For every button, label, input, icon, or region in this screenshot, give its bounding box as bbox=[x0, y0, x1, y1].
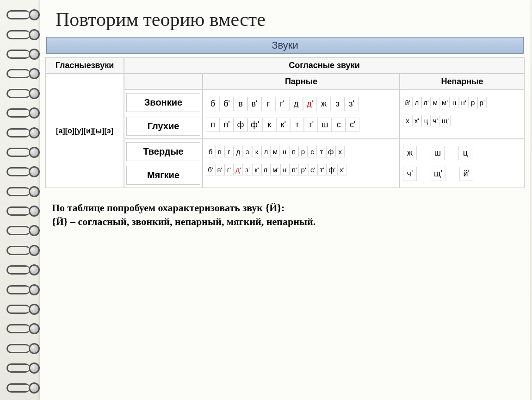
letter-cell: ж bbox=[403, 146, 417, 160]
letter-cell: с bbox=[308, 146, 317, 157]
letter-cell: з' bbox=[345, 97, 359, 111]
letter-cell: г' bbox=[275, 97, 289, 111]
lbl-hard: Твердые bbox=[126, 142, 200, 161]
letter-cell: г bbox=[224, 146, 234, 157]
letter-cell: в' bbox=[215, 164, 224, 175]
letter-cell: к bbox=[252, 146, 261, 157]
footer-text: По таблице попробуем охарактеризовать зв… bbox=[52, 201, 530, 228]
letter-cell: р' bbox=[477, 97, 487, 108]
letter-cell: ч' bbox=[431, 115, 440, 126]
paired-hard: бвгдзклмнпрстфх bbox=[206, 146, 345, 157]
letter-cell: д bbox=[234, 146, 243, 157]
unpaired-hardsoft-block: жшц ч'щ'й' bbox=[400, 139, 525, 188]
letter-cell: п' bbox=[220, 118, 234, 132]
letter-cell: н bbox=[450, 97, 459, 108]
letter-cell: ф bbox=[234, 118, 247, 132]
letter-cell: д bbox=[289, 97, 303, 111]
vowel-list-cell: [а][о][у][и][ы][э] bbox=[45, 74, 124, 188]
letter-cell: з' bbox=[243, 164, 252, 175]
unpaired-soft: ч'щ'й' bbox=[403, 167, 473, 181]
letter-cell: б bbox=[206, 146, 215, 157]
letter-cell: в' bbox=[247, 97, 261, 111]
letter-cell: б' bbox=[220, 97, 234, 111]
letter-cell: н' bbox=[459, 97, 468, 108]
letter-cell: щ' bbox=[440, 115, 451, 126]
labels-hardsoft: Твердые Мягкие bbox=[124, 139, 203, 188]
letter-cell: п bbox=[289, 146, 298, 157]
hdr-vowels: Гласныезвуки bbox=[45, 57, 124, 74]
letter-cell: ш bbox=[318, 118, 332, 132]
paired-voiced: бб'вв'гг'дд'жзз' bbox=[206, 97, 359, 111]
letter-cell: ц bbox=[458, 146, 472, 160]
letter-cell: с' bbox=[346, 118, 359, 132]
letter-cell: в bbox=[215, 146, 224, 157]
letter-cell: н' bbox=[280, 164, 290, 175]
letter-cell: х' bbox=[337, 164, 346, 175]
page-title: Повторим теорию вместе bbox=[56, 8, 530, 31]
lbl-soft: Мягкие bbox=[126, 166, 200, 185]
lbl-voiceless: Глухие bbox=[126, 117, 200, 136]
letter-cell: г' bbox=[224, 164, 234, 175]
letter-cell: ц bbox=[421, 115, 431, 126]
letter-cell: х bbox=[335, 146, 345, 157]
letter-cell: б bbox=[206, 97, 220, 111]
letter-cell: к' bbox=[276, 118, 290, 132]
letter-cell: д' bbox=[234, 164, 243, 175]
paired-voiceless: пп'фф'кк'тт'шсс' bbox=[206, 118, 359, 132]
letter-cell: ж bbox=[317, 97, 331, 111]
letter-cell: г bbox=[261, 97, 275, 111]
letter-cell: с bbox=[332, 118, 346, 132]
footer-line1: По таблице попробуем охарактеризовать зв… bbox=[52, 201, 530, 215]
letter-cell: й' bbox=[459, 167, 473, 181]
letter-cell: з bbox=[331, 97, 345, 111]
letter-cell: в bbox=[234, 97, 247, 111]
unpaired-hard: жшц bbox=[403, 146, 472, 160]
letter-cell: м' bbox=[440, 97, 450, 108]
letter-cell: ш bbox=[431, 146, 445, 160]
letter-cell: м' bbox=[271, 164, 280, 175]
letter-cell: л bbox=[261, 146, 271, 157]
letter-cell: д' bbox=[303, 97, 317, 111]
paired-voice-block: бб'вв'гг'дд'жзз' пп'фф'кк'тт'шсс' bbox=[203, 90, 400, 139]
letter-cell: т' bbox=[317, 164, 327, 175]
labels-voice: Звонкие Глухие bbox=[124, 90, 203, 139]
letter-cell: ч' bbox=[403, 167, 417, 181]
letter-cell: х bbox=[403, 115, 412, 126]
vowel-list: [а][о][у][и][ы][э] bbox=[56, 127, 113, 135]
letter-cell: р bbox=[298, 146, 308, 157]
letter-cell: т bbox=[290, 118, 304, 132]
letter-cell: з bbox=[243, 146, 252, 157]
letter-cell: ф bbox=[326, 146, 335, 157]
letter-cell: п bbox=[206, 118, 220, 132]
letter-cell: м bbox=[431, 97, 440, 108]
slide-page: Повторим теорию вместе Звуки Гласныезвук… bbox=[40, 0, 530, 400]
hdr-consonants: Согласные звуки bbox=[124, 57, 525, 74]
unpaired-voiceless: хх'цч'щ' bbox=[403, 115, 451, 126]
hdr-paired: Парные bbox=[203, 74, 400, 90]
letter-cell: р bbox=[468, 97, 477, 108]
spiral-binding bbox=[6, 4, 39, 396]
letter-cell: х' bbox=[412, 115, 421, 126]
paired-hardsoft-block: бвгдзклмнпрстфх б'в'г'д'з'к'л'м'н'п'р'с'… bbox=[203, 139, 400, 188]
unpaired-voice-block: й'лл'мм'нн'рр' хх'цч'щ' bbox=[400, 90, 525, 139]
unpaired-voiced: й'лл'мм'нн'рр' bbox=[403, 97, 487, 108]
letter-cell: т' bbox=[304, 118, 318, 132]
letter-cell: л' bbox=[421, 97, 431, 108]
letter-cell: л bbox=[412, 97, 421, 108]
letter-cell: й' bbox=[403, 97, 412, 108]
letter-cell: ф' bbox=[247, 118, 262, 132]
letter-cell: м bbox=[271, 146, 280, 157]
letter-cell: щ' bbox=[431, 167, 445, 181]
letter-cell: к bbox=[262, 118, 276, 132]
letter-cell: н bbox=[280, 146, 289, 157]
lbl-voiced: Звонкие bbox=[126, 93, 200, 112]
hdr-unpaired: Непарные bbox=[400, 74, 525, 90]
letter-cell: л' bbox=[261, 164, 271, 175]
letter-cell: к' bbox=[252, 164, 261, 175]
blank-cell bbox=[124, 74, 203, 90]
sounds-table: Гласныезвуки Согласные звуки [а][о][у][и… bbox=[45, 57, 525, 188]
footer-line2: {Й} – согласный, звонкий, непарный, мягк… bbox=[52, 215, 530, 229]
letter-cell: с' bbox=[308, 164, 317, 175]
paired-soft: б'в'г'д'з'к'л'м'н'п'р'с'т'ф'х' bbox=[206, 164, 346, 175]
letter-cell: т bbox=[317, 146, 326, 157]
